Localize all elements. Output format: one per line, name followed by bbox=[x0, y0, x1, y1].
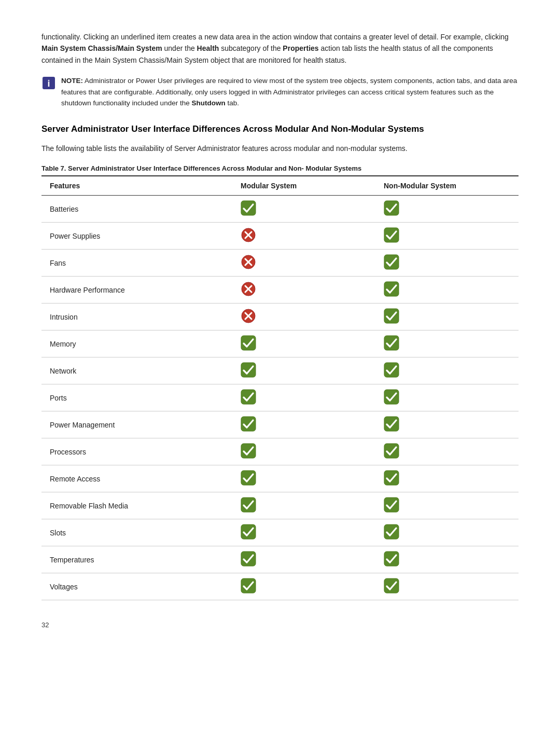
col-modular: Modular System bbox=[232, 176, 375, 196]
non-modular-cell bbox=[375, 304, 519, 330]
check-icon bbox=[241, 524, 256, 540]
non-modular-cell bbox=[375, 277, 519, 304]
table-row: Network bbox=[41, 357, 519, 384]
table-row: Removable Flash Media bbox=[41, 492, 519, 519]
non-modular-cell bbox=[375, 492, 519, 519]
col-features: Features bbox=[41, 176, 232, 196]
modular-cell bbox=[232, 196, 375, 223]
table-row: Temperatures bbox=[41, 546, 519, 573]
non-modular-cell bbox=[375, 250, 519, 277]
check-icon bbox=[384, 416, 399, 432]
feature-cell: Fans bbox=[41, 250, 232, 277]
check-icon bbox=[241, 443, 256, 459]
feature-cell: Power Management bbox=[41, 411, 232, 438]
note-box: i NOTE: Administrator or Power User priv… bbox=[41, 75, 519, 109]
table-row: Ports bbox=[41, 384, 519, 411]
table-row: Fans bbox=[41, 250, 519, 277]
modular-cell bbox=[232, 277, 375, 304]
check-icon bbox=[241, 578, 256, 594]
modular-cell bbox=[232, 357, 375, 384]
check-icon bbox=[241, 551, 256, 567]
non-modular-cell bbox=[375, 573, 519, 600]
non-modular-cell bbox=[375, 519, 519, 546]
modular-cell bbox=[232, 438, 375, 465]
non-modular-cell bbox=[375, 438, 519, 465]
feature-cell: Memory bbox=[41, 330, 232, 357]
cross-icon bbox=[241, 227, 256, 243]
table-row: Remote Access bbox=[41, 465, 519, 492]
feature-cell: Remote Access bbox=[41, 465, 232, 492]
table-caption: Table 7. Server Administrator User Inter… bbox=[41, 164, 519, 172]
check-icon bbox=[384, 281, 399, 297]
feature-cell: Temperatures bbox=[41, 546, 232, 573]
check-icon bbox=[384, 200, 399, 216]
check-icon bbox=[384, 335, 399, 351]
check-icon bbox=[384, 308, 399, 324]
check-icon bbox=[384, 227, 399, 243]
modular-cell bbox=[232, 573, 375, 600]
modular-cell bbox=[232, 250, 375, 277]
feature-cell: Slots bbox=[41, 519, 232, 546]
check-icon bbox=[241, 470, 256, 486]
table-row: Hardware Performance bbox=[41, 277, 519, 304]
non-modular-cell bbox=[375, 223, 519, 250]
non-modular-cell bbox=[375, 384, 519, 411]
non-modular-cell bbox=[375, 465, 519, 492]
non-modular-cell bbox=[375, 196, 519, 223]
table-row: Slots bbox=[41, 519, 519, 546]
non-modular-cell bbox=[375, 411, 519, 438]
check-icon bbox=[241, 389, 256, 405]
check-icon bbox=[384, 551, 399, 567]
modular-cell bbox=[232, 384, 375, 411]
section-intro: The following table lists the availabili… bbox=[41, 143, 519, 154]
svg-text:i: i bbox=[47, 78, 50, 89]
note-icon: i bbox=[41, 76, 56, 90]
modular-cell bbox=[232, 330, 375, 357]
cross-icon bbox=[241, 254, 256, 270]
feature-cell: Ports bbox=[41, 384, 232, 411]
check-icon bbox=[384, 389, 399, 405]
table-row: Processors bbox=[41, 438, 519, 465]
modular-cell bbox=[232, 546, 375, 573]
modular-cell bbox=[232, 411, 375, 438]
modular-cell bbox=[232, 519, 375, 546]
check-icon bbox=[241, 200, 256, 216]
section-heading: Server Administrator User Interface Diff… bbox=[41, 123, 519, 135]
feature-cell: Processors bbox=[41, 438, 232, 465]
col-non-modular: Non-Modular System bbox=[375, 176, 519, 196]
page-number: 32 bbox=[41, 621, 519, 629]
feature-cell: Batteries bbox=[41, 196, 232, 223]
feature-cell: Hardware Performance bbox=[41, 277, 232, 304]
table-row: Intrusion bbox=[41, 304, 519, 330]
feature-cell: Intrusion bbox=[41, 304, 232, 330]
table-header-row: Features Modular System Non-Modular Syst… bbox=[41, 176, 519, 196]
check-icon bbox=[384, 524, 399, 540]
cross-icon bbox=[241, 308, 256, 324]
non-modular-cell bbox=[375, 546, 519, 573]
check-icon bbox=[241, 416, 256, 432]
feature-cell: Removable Flash Media bbox=[41, 492, 232, 519]
non-modular-cell bbox=[375, 330, 519, 357]
table-row: Voltages bbox=[41, 573, 519, 600]
table-row: Power Supplies bbox=[41, 223, 519, 250]
check-icon bbox=[384, 470, 399, 486]
check-icon bbox=[241, 335, 256, 351]
intro-paragraph: functionality. Clicking an underlined it… bbox=[41, 31, 519, 66]
check-icon bbox=[384, 578, 399, 594]
modular-cell bbox=[232, 465, 375, 492]
check-icon bbox=[241, 497, 256, 513]
table-row: Batteries bbox=[41, 196, 519, 223]
note-text: NOTE: Administrator or Power User privil… bbox=[61, 75, 519, 109]
feature-cell: Voltages bbox=[41, 573, 232, 600]
modular-cell bbox=[232, 223, 375, 250]
table-row: Power Management bbox=[41, 411, 519, 438]
modular-cell bbox=[232, 492, 375, 519]
check-icon bbox=[384, 497, 399, 513]
modular-cell bbox=[232, 304, 375, 330]
check-icon bbox=[241, 362, 256, 378]
non-modular-cell bbox=[375, 357, 519, 384]
cross-icon bbox=[241, 281, 256, 297]
check-icon bbox=[384, 254, 399, 270]
feature-cell: Power Supplies bbox=[41, 223, 232, 250]
check-icon bbox=[384, 443, 399, 459]
